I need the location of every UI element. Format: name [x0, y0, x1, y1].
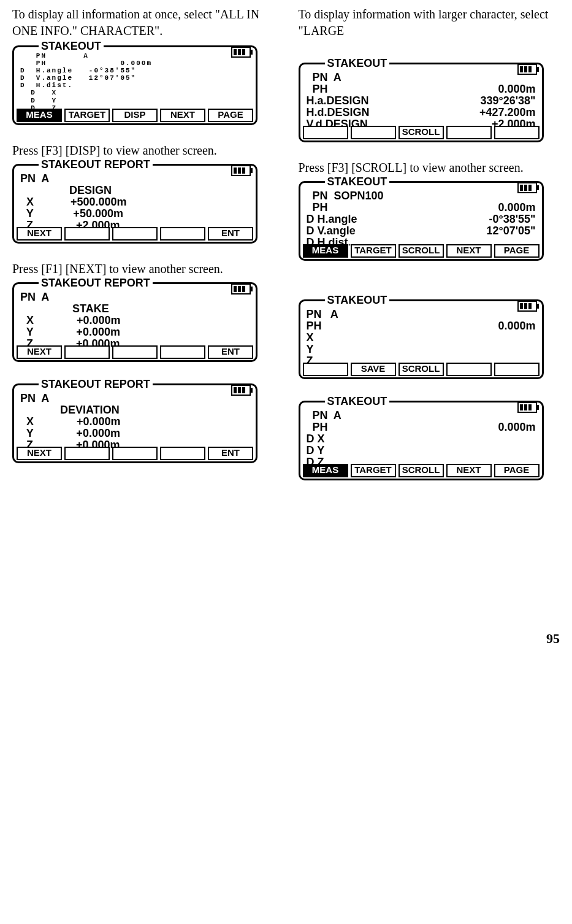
caption: Press [F3] [DISP] to view another screen…	[12, 144, 274, 158]
lcd-body: PN APH0.000mXYZ	[307, 309, 536, 364]
lcd-body: PN A STAKE X +0.000m Y +0.000m Z +0.000m	[20, 291, 250, 347]
softkey[interactable]: NEXT	[446, 244, 492, 258]
softkey[interactable]	[303, 126, 348, 139]
softkey[interactable]	[64, 447, 110, 460]
lcd-title: STAKEOUT	[325, 294, 390, 307]
lcd-left-1: STAKEOUT PN A PH 0.000m D H.angle -0°38'…	[12, 45, 257, 125]
softkey[interactable]	[64, 345, 110, 359]
softkeys: MEASTARGETDISPNEXTPAGE	[17, 109, 253, 122]
softkey[interactable]: MEAS	[303, 464, 348, 477]
softkey[interactable]	[303, 363, 348, 376]
lcd-title: STAKEOUT	[325, 395, 390, 408]
softkey[interactable]: PAGE	[494, 464, 540, 477]
caption: Press [F1] [NEXT] to view another screen…	[12, 262, 274, 276]
softkeys: MEASTARGETSCROLLNEXTPAGE	[303, 464, 540, 477]
softkey[interactable]	[494, 363, 540, 376]
softkey[interactable]: ENT	[208, 447, 253, 460]
softkeys: SAVESCROLL	[303, 363, 540, 376]
softkey[interactable]	[494, 126, 540, 139]
page-number: 95	[12, 631, 560, 647]
softkey[interactable]: SCROLL	[398, 363, 444, 376]
lcd-right-2: STAKEOUT PN SOPN100 PH0.000mD H.angle-0°…	[299, 181, 544, 261]
softkey[interactable]	[446, 126, 492, 139]
softkey[interactable]	[64, 227, 110, 241]
caption: Press [F3] [SCROLL] to view another scre…	[299, 161, 560, 175]
lcd-body: PN A DESIGN X +500.000m Y +50.000m Z +2.…	[20, 173, 250, 228]
lcd-title: STAKEOUT	[325, 175, 390, 188]
softkeys: SCROLL	[303, 126, 540, 139]
lcd-title: STAKEOUT REPORT	[39, 378, 153, 391]
softkey[interactable]: NEXT	[160, 109, 205, 122]
lcd-body: PN A DEVIATION X +0.000m Y +0.000m Z +0.…	[20, 393, 250, 448]
softkeys: NEXTENT	[17, 227, 253, 241]
softkey[interactable]: TARGET	[351, 244, 396, 258]
softkey[interactable]: MEAS	[303, 244, 348, 258]
softkeys: NEXTENT	[17, 447, 253, 460]
lcd-body: PN A PH 0.000m D H.angle -0°38'55" D V.a…	[20, 52, 250, 110]
lcd-left-4: STAKEOUT REPORT PN A DEVIATION X +0.000m…	[12, 383, 257, 463]
intro-right: To display information with larger chara…	[299, 6, 560, 39]
lcd-right-3: STAKEOUT PN APH0.000mXYZ SAVESCROLL	[299, 299, 544, 379]
softkeys: NEXTENT	[17, 345, 253, 359]
lcd-right-4: STAKEOUT PN A PH0.000mD XD YD Z MEASTARG…	[299, 401, 544, 480]
lcd-left-2: STAKEOUT REPORT PN A DESIGN X +500.000m …	[12, 164, 257, 244]
intro-left: To display all information at once, sele…	[12, 6, 274, 39]
softkey[interactable]: NEXT	[17, 345, 62, 359]
softkey[interactable]: SAVE	[351, 363, 396, 376]
softkey[interactable]: ENT	[208, 345, 253, 359]
softkey[interactable]: PAGE	[208, 109, 253, 122]
lcd-left-3: STAKEOUT REPORT PN A STAKE X +0.000m Y +…	[12, 282, 257, 362]
softkey[interactable]	[112, 227, 158, 241]
softkey[interactable]: SCROLL	[398, 244, 444, 258]
softkey[interactable]: DISP	[112, 109, 158, 122]
lcd-right-1: STAKEOUT PN A PH0.000mH.a.DESIGN339°26'3…	[299, 63, 544, 142]
softkeys: MEASTARGETSCROLLNEXTPAGE	[303, 244, 540, 258]
softkey[interactable]: TARGET	[64, 109, 110, 122]
softkey[interactable]: MEAS	[17, 109, 62, 122]
softkey[interactable]	[351, 126, 396, 139]
softkey[interactable]: TARGET	[351, 464, 396, 477]
softkey[interactable]: NEXT	[17, 447, 62, 460]
lcd-title: STAKEOUT	[325, 57, 390, 70]
softkey[interactable]	[112, 345, 158, 359]
softkey[interactable]	[446, 363, 492, 376]
softkey[interactable]	[160, 345, 205, 359]
lcd-title: STAKEOUT REPORT	[39, 158, 153, 171]
lcd-body: PN A PH0.000mH.a.DESIGN339°26'38"H.d.DES…	[307, 72, 536, 127]
softkey[interactable]: ENT	[208, 227, 253, 241]
lcd-title: STAKEOUT REPORT	[39, 277, 153, 290]
lcd-title: STAKEOUT	[39, 40, 104, 53]
lcd-body: PN A PH0.000mD XD YD Z	[307, 410, 536, 465]
softkey[interactable]	[112, 447, 158, 460]
softkey[interactable]: SCROLL	[398, 126, 444, 139]
softkey[interactable]: NEXT	[17, 227, 62, 241]
softkey[interactable]: NEXT	[446, 464, 492, 477]
softkey[interactable]: SCROLL	[398, 464, 444, 477]
softkey[interactable]	[160, 447, 205, 460]
softkey[interactable]: PAGE	[494, 244, 540, 258]
softkey[interactable]	[160, 227, 205, 241]
lcd-body: PN SOPN100 PH0.000mD H.angle-0°38'55"D V…	[307, 190, 536, 245]
